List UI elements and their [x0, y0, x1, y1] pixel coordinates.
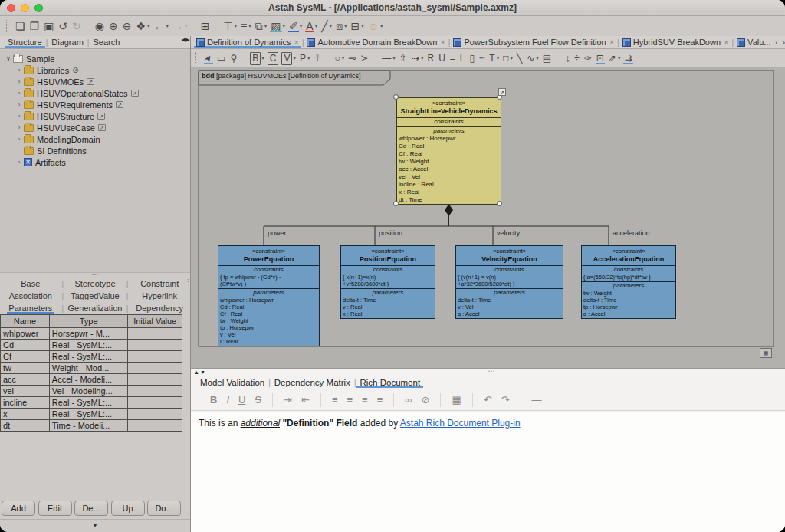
align-right-button[interactable]: ≡: [361, 394, 369, 406]
anchor-tool-button[interactable]: ┄: [478, 53, 485, 64]
dropdown-caret-icon[interactable]: ▾: [293, 55, 296, 61]
font-color-button[interactable]: A▾: [305, 20, 317, 32]
prop-tab-dependency[interactable]: Dependency: [129, 304, 190, 313]
table-cell[interactable]: [128, 328, 182, 340]
constraint-block-accelerationequation[interactable]: «constraint» AccelerationEquation constr…: [581, 245, 676, 319]
interface-tool-button[interactable]: ○▾: [333, 53, 344, 64]
table-cell[interactable]: Time - Modeli...: [49, 420, 128, 432]
constraint-block-positionequation[interactable]: «constraint» PositionEquation constraint…: [340, 245, 435, 319]
de-button[interactable]: De...: [74, 501, 108, 516]
diagram-tab-definition-of-dynamics[interactable]: Definition of Dynamics×: [194, 37, 301, 48]
dropdown-caret-icon[interactable]: ▾: [361, 23, 364, 29]
diagram-tab-hybridsuv-breakdown[interactable]: HybridSUV BreakDown×: [620, 37, 731, 48]
port-tool-button[interactable]: P▾: [299, 53, 310, 64]
table-cell[interactable]: Real - SysML:...: [49, 340, 128, 351]
tab-model-validation[interactable]: Model Validation: [197, 377, 268, 388]
connect-tool-button[interactable]: ⇗▾: [608, 53, 621, 64]
table-cell[interactable]: acc: [1, 374, 50, 386]
table-cell[interactable]: whlpower: [1, 328, 50, 340]
left-panel-collapse[interactable]: ▼: [0, 519, 190, 532]
distribute-horizontal-button[interactable]: ÷: [573, 53, 580, 64]
remove-link-button[interactable]: ⊘: [421, 394, 431, 406]
expand-arrow-icon[interactable]: ›: [15, 136, 23, 143]
zoom-pan-button[interactable]: ◉: [94, 20, 105, 32]
dropdown-caret-icon[interactable]: ▾: [330, 23, 333, 29]
table-cell[interactable]: tw: [1, 363, 50, 374]
stereotype-visibility-button[interactable]: ⧈▾: [335, 20, 347, 32]
add-button[interactable]: Add: [2, 501, 35, 516]
prop-tab-generalization[interactable]: Generalization: [64, 304, 126, 313]
constraint-tool-button[interactable]: =: [449, 53, 456, 64]
table-cell[interactable]: Vel - Modeling...: [49, 386, 128, 397]
undo-edit-button[interactable]: ↶: [483, 394, 493, 406]
realization-tool-button[interactable]: R: [426, 53, 435, 64]
generalization-tool-button[interactable]: ⇧: [399, 53, 408, 64]
dropdown-caret-icon[interactable]: ▾: [300, 23, 303, 29]
selection-handle[interactable]: [393, 94, 399, 100]
dropdown-caret-icon[interactable]: ▾: [166, 23, 169, 29]
line-shape-button[interactable]: ╱▾: [320, 20, 332, 32]
dropdown-caret-icon[interactable]: ▾: [344, 23, 347, 29]
pin-parameter-button[interactable]: ✑: [583, 53, 593, 64]
image-tool-button[interactable]: ▤: [542, 53, 552, 64]
indent-button[interactable]: ⇥: [283, 394, 293, 406]
table-cell[interactable]: [128, 374, 182, 386]
table-cell[interactable]: Cd: [1, 340, 50, 351]
vertical-align-button[interactable]: ⊤▾: [222, 20, 237, 32]
expand-arrow-icon[interactable]: ∨: [5, 55, 12, 62]
bold-button[interactable]: B: [209, 394, 218, 406]
diagram-tab-powersubsystem-fuel-flow-definition[interactable]: PowerSubsystem Fuel Flow Definition×: [451, 37, 616, 48]
table-cell[interactable]: dt: [1, 420, 50, 432]
zoom-in-button[interactable]: ⊕: [108, 20, 119, 32]
table-cell[interactable]: [128, 363, 182, 374]
connector-tool-button[interactable]: L: [459, 53, 466, 64]
dropdown-caret-icon[interactable]: ▾: [261, 55, 264, 61]
table-row[interactable]: twWeight - Mod...: [1, 363, 182, 374]
table-row[interactable]: whlpowerHorsepwr - M...: [1, 328, 182, 340]
panel-collapse-arrows[interactable]: ◀▶: [181, 37, 190, 49]
table-cell[interactable]: Real - SysML:...: [49, 397, 128, 409]
diagram-tab-valu-[interactable]: Valu...: [734, 37, 773, 48]
table-cell[interactable]: Horsepwr - M...: [49, 328, 128, 340]
panel-expand-collapse[interactable]: ▲▼: [194, 369, 206, 375]
expand-arrow-icon[interactable]: ›: [15, 90, 23, 97]
tree-item-si-definitions[interactable]: SI Definitions: [0, 145, 190, 156]
prop-tab-hyperlink[interactable]: Hyperlink: [129, 291, 190, 300]
fill-color-button[interactable]: ▨▾: [270, 20, 285, 32]
prop-tab-taggedvalue[interactable]: TaggedValue: [64, 291, 126, 300]
table-cell[interactable]: x: [1, 409, 50, 420]
tab-search[interactable]: Search: [90, 37, 123, 48]
selection-handle[interactable]: [393, 201, 399, 206]
table-cell[interactable]: [128, 420, 182, 432]
expand-arrow-icon[interactable]: ›: [15, 159, 23, 166]
line-tool-button[interactable]: ╲: [516, 53, 523, 64]
rectangle-tool-button[interactable]: □▾: [502, 53, 513, 64]
block-tool-button[interactable]: B▾: [250, 52, 264, 65]
expand-arrow-icon[interactable]: ›: [15, 78, 23, 85]
tree-item-sample[interactable]: ∨Sample: [0, 53, 190, 64]
table-cell[interactable]: Accel - Modeli...: [49, 374, 128, 386]
constraint-block-velocityequation[interactable]: «constraint» VelocityEquation constraint…: [455, 245, 563, 319]
expand-arrow-icon[interactable]: ›: [15, 101, 23, 108]
dropdown-caret-icon[interactable]: ▾: [510, 55, 513, 61]
table-row[interactable]: inclineReal - SysML:...: [1, 397, 182, 409]
dropdown-caret-icon[interactable]: ▾: [618, 55, 621, 61]
justify-button[interactable]: ≡: [376, 394, 384, 406]
open-file-button[interactable]: ❐: [29, 20, 41, 32]
package-tool-button[interactable]: ▭: [216, 53, 226, 64]
table-cell[interactable]: incline: [1, 397, 50, 409]
tree-item-hsuvstructure[interactable]: ›HSUVStructure↗: [0, 110, 190, 122]
tree-item-hsuvusecase[interactable]: ›HSUVUseCase↗: [0, 122, 190, 133]
zoom-out-button[interactable]: ⊖: [122, 20, 133, 32]
dependency-tool-button[interactable]: ⇢▾: [411, 53, 424, 64]
table-row[interactable]: CdReal - SysML:...: [1, 340, 182, 351]
dropdown-caret-icon[interactable]: ▾: [342, 55, 345, 61]
outdent-button[interactable]: ⇤: [301, 394, 310, 406]
redo-edit-button[interactable]: ↷: [501, 394, 511, 406]
diagram-canvas[interactable]: power position velocity acceleration bdd…: [191, 67, 785, 368]
navigate-back-button[interactable]: ←▾: [153, 20, 169, 32]
dropdown-caret-icon[interactable]: ▾: [380, 23, 383, 29]
dropdown-caret-icon[interactable]: ▾: [307, 55, 310, 61]
dropdown-caret-icon[interactable]: ▾: [283, 23, 286, 29]
close-tab-icon[interactable]: ×: [609, 38, 614, 47]
